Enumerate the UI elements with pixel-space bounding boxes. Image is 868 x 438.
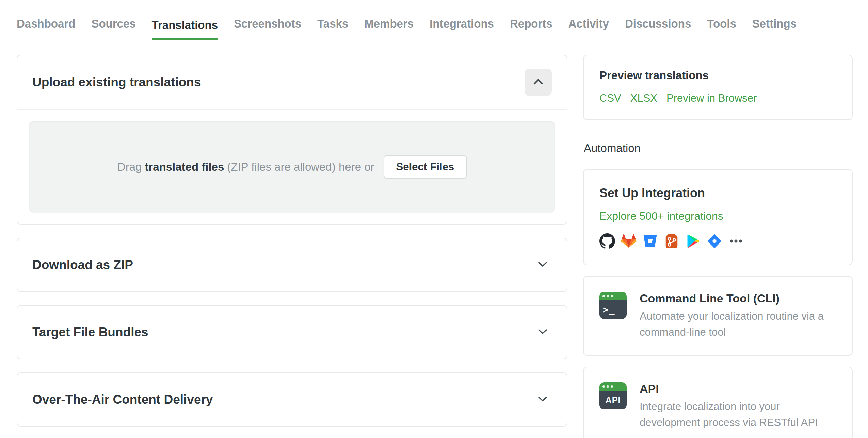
chevron-down-icon[interactable] [537,328,548,336]
tab-screenshots[interactable]: Screenshots [234,17,301,40]
dropzone-hint-emphasis: translated files [145,161,224,173]
download-as-zip-card[interactable]: Download as ZIP [17,238,567,292]
tab-tools[interactable]: Tools [707,17,736,40]
dropzone-hint-prefix: Drag [117,161,142,173]
git-icon[interactable] [664,233,679,249]
api-icon-titlebar [599,382,627,391]
terminal-prompt-glyph: >_ [599,300,627,319]
chevron-down-icon[interactable] [537,261,548,269]
preview-in-browser-link[interactable]: Preview in Browser [666,92,757,104]
tab-dashboard[interactable]: Dashboard [17,17,75,40]
tab-activity[interactable]: Activity [568,17,609,40]
cli-card-description: Automate your localization routine via a… [640,308,836,340]
tab-members[interactable]: Members [364,17,414,40]
automation-heading: Automation [584,142,853,155]
xlsx-link[interactable]: XLSX [630,92,657,104]
terminal-icon: >_ [599,292,627,319]
csv-link[interactable]: CSV [599,92,621,104]
upload-card-body: Dragtranslated files(ZIP files are allow… [17,110,567,224]
tab-tasks[interactable]: Tasks [317,17,348,40]
terminal-icon-titlebar [599,292,627,300]
download-as-zip-title: Download as ZIP [32,258,133,272]
dropzone-hint: Dragtranslated files(ZIP files are allow… [117,161,374,173]
bitbucket-icon[interactable] [642,233,658,249]
github-icon[interactable] [599,233,615,249]
over-the-air-content-delivery-card[interactable]: Over-The-Air Content Delivery [17,372,567,427]
tab-translations[interactable]: Translations [152,19,218,40]
cli-card-title: Command Line Tool (CLI) [640,292,836,305]
upload-card-title: Upload existing translations [32,75,201,89]
more-integrations-icon[interactable] [728,233,744,249]
dropzone-hint-suffix: (ZIP files are allowed) here or [227,161,374,173]
tab-reports[interactable]: Reports [510,17,552,40]
cli-card-text: Command Line Tool (CLI) Automate your lo… [640,292,836,340]
upload-existing-translations-card: Upload existing translations Dragtransla… [17,55,567,225]
target-file-bundles-title: Target File Bundles [32,325,148,339]
cli-card[interactable]: >_ Command Line Tool (CLI) Automate your… [583,276,853,356]
api-icon: API [599,382,627,409]
set-up-integration-card[interactable]: Set Up Integration Explore 500+ integrat… [583,169,853,265]
collapse-section-button[interactable] [525,69,552,96]
tab-settings[interactable]: Settings [752,17,797,40]
preview-translations-card: Preview translations CSV XLSX Preview in… [583,55,853,120]
file-dropzone[interactable]: Dragtranslated files(ZIP files are allow… [29,121,555,213]
preview-translations-title: Preview translations [599,69,836,82]
google-play-icon[interactable] [685,233,701,249]
jira-icon[interactable] [707,233,722,249]
set-up-integration-title: Set Up Integration [599,186,836,200]
select-files-button[interactable]: Select Files [384,155,467,179]
integration-icon-row [599,233,836,249]
tab-sources[interactable]: Sources [91,17,135,40]
tab-integrations[interactable]: Integrations [430,17,494,40]
upload-card-header: Upload existing translations [17,55,567,110]
project-tabs: Dashboard Sources Translations Screensho… [17,0,853,40]
api-card[interactable]: API API Integrate localization into your… [583,367,853,438]
side-column: Preview translations CSV XLSX Preview in… [583,55,853,438]
chevron-up-icon [532,78,544,87]
api-card-title: API [640,382,836,395]
over-the-air-title: Over-The-Air Content Delivery [32,392,213,407]
api-icon-glyph: API [599,391,627,409]
chevron-down-icon[interactable] [537,395,548,404]
gitlab-icon[interactable] [621,233,637,249]
tab-discussions[interactable]: Discussions [625,17,691,40]
api-card-description: Integrate localization into your develop… [640,399,836,431]
target-file-bundles-card[interactable]: Target File Bundles [17,305,567,359]
api-card-text: API Integrate localization into your dev… [640,382,836,431]
explore-integrations-link[interactable]: Explore 500+ integrations [599,210,723,222]
main-column: Upload existing translations Dragtransla… [17,55,567,438]
preview-links: CSV XLSX Preview in Browser [599,92,836,104]
